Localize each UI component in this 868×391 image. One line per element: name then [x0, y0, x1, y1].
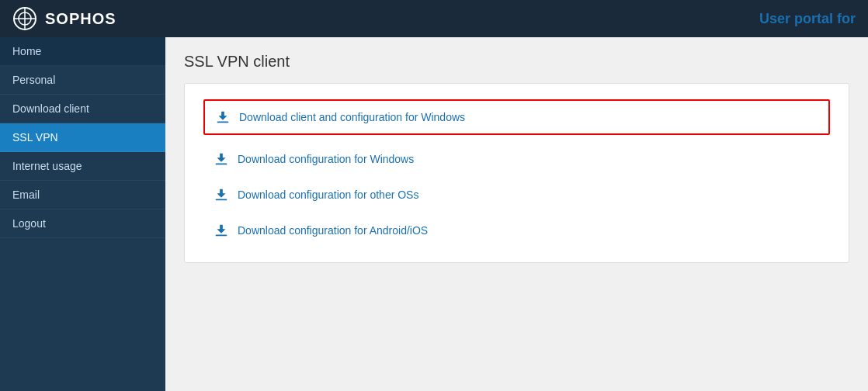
sidebar-item-personal[interactable]: Personal	[0, 66, 165, 95]
sophos-logo-text: SOPHOS	[45, 10, 116, 28]
svg-rect-6	[216, 199, 227, 201]
header: SOPHOS User portal for	[0, 0, 868, 37]
sidebar: Home Personal Download client SSL VPN In…	[0, 37, 165, 391]
sidebar-item-ssl-vpn[interactable]: SSL VPN	[0, 123, 165, 152]
download-icon-4	[213, 222, 230, 239]
logo-area: SOPHOS	[12, 6, 116, 31]
download-other-os-link[interactable]: Download configuration for other OSs	[203, 178, 830, 211]
svg-rect-5	[216, 164, 227, 165]
download-list: Download client and configuration for Wi…	[203, 99, 830, 247]
download-other-os-label: Download configuration for other OSs	[238, 189, 418, 201]
download-windows-config-label: Download configuration for Windows	[238, 153, 414, 165]
sidebar-item-internet-usage[interactable]: Internet usage	[0, 152, 165, 181]
sidebar-item-home[interactable]: Home	[0, 37, 165, 66]
download-android-ios-link[interactable]: Download configuration for Android/iOS	[203, 214, 830, 247]
download-icon-2	[213, 151, 230, 168]
sidebar-item-logout[interactable]: Logout	[0, 209, 165, 238]
sophos-logo-icon	[12, 6, 37, 31]
download-icon-1	[214, 109, 231, 126]
sidebar-item-email[interactable]: Email	[0, 181, 165, 209]
download-icon-3	[213, 186, 230, 203]
content-area: SSL VPN client Download client and confi…	[165, 37, 868, 391]
user-portal-label: User portal for	[759, 11, 856, 27]
download-windows-config-link[interactable]: Download configuration for Windows	[203, 143, 830, 175]
download-windows-client-label: Download client and configuration for Wi…	[239, 111, 465, 123]
page-title: SSL VPN client	[184, 53, 849, 71]
download-android-ios-label: Download configuration for Android/iOS	[238, 224, 428, 237]
svg-rect-4	[217, 122, 229, 123]
main-layout: Home Personal Download client SSL VPN In…	[0, 37, 868, 391]
sidebar-item-download-client[interactable]: Download client	[0, 95, 165, 123]
main-card: Download client and configuration for Wi…	[184, 83, 849, 263]
download-windows-client-link[interactable]: Download client and configuration for Wi…	[203, 99, 830, 135]
svg-rect-7	[216, 235, 227, 237]
